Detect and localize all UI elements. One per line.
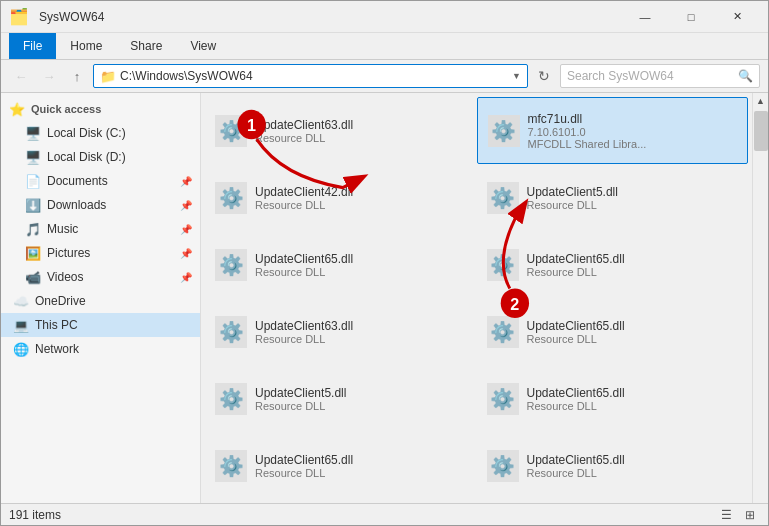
- maximize-button[interactable]: □: [668, 1, 714, 33]
- videos-icon: 📹: [25, 270, 41, 285]
- documents-icon: 📄: [25, 174, 41, 189]
- details-view-button[interactable]: ☰: [716, 506, 736, 524]
- tab-file[interactable]: File: [9, 33, 56, 59]
- downloads-icon: ⬇️: [25, 198, 41, 213]
- sidebar-label-pictures: Pictures: [47, 246, 90, 260]
- list-item[interactable]: ⚙️ UpdateClient42.dll Resource DLL: [205, 164, 477, 231]
- sidebar-item-onedrive[interactable]: ☁️ OneDrive: [1, 289, 200, 313]
- pictures-icon: 🖼️: [25, 246, 41, 261]
- list-item[interactable]: ⚙️ UpdateClient65.dll Resource DLL: [477, 231, 749, 298]
- minimize-button[interactable]: —: [622, 1, 668, 33]
- sidebar-label-this-pc: This PC: [35, 318, 78, 332]
- list-item[interactable]: ⚙️ UpdateClient65.dll Resource DLL: [477, 298, 749, 365]
- sidebar-label-local-disk-c: Local Disk (C:): [47, 126, 126, 140]
- sidebar-label-music: Music: [47, 222, 78, 236]
- file-icon: ⚙️: [485, 381, 521, 417]
- file-grid: ⚙️ UpdateClient63.dll Resource DLL ⚙️ mf…: [201, 93, 752, 503]
- file-name: UpdateClient65.dll: [527, 453, 741, 467]
- file-icon: ⚙️: [485, 448, 521, 484]
- sidebar: ⭐ Quick access 🖥️ Local Disk (C:) 🖥️ Loc…: [1, 93, 201, 503]
- file-type: Resource DLL: [255, 467, 469, 479]
- file-type: Resource DLL: [527, 400, 741, 412]
- sidebar-label-network: Network: [35, 342, 79, 356]
- file-icon: ⚙️: [213, 381, 249, 417]
- pin-icon-music: 📌: [180, 224, 192, 235]
- sidebar-item-network[interactable]: 🌐 Network: [1, 337, 200, 361]
- pin-icon-downloads: 📌: [180, 200, 192, 211]
- refresh-button[interactable]: ↻: [532, 64, 556, 88]
- file-name: UpdateClient5.dll: [527, 185, 741, 199]
- scrollbar-up[interactable]: ▲: [753, 93, 769, 109]
- list-item-selected[interactable]: ⚙️ mfc71u.dll 7.10.6101.0 MFCDLL Shared …: [477, 97, 749, 164]
- sidebar-item-downloads[interactable]: ⬇️ Downloads 📌: [1, 193, 200, 217]
- search-icon[interactable]: 🔍: [738, 69, 753, 83]
- back-button[interactable]: ←: [9, 64, 33, 88]
- file-name: UpdateClient63.dll: [255, 319, 469, 333]
- file-icon: ⚙️: [213, 247, 249, 283]
- file-type: Resource DLL: [527, 333, 741, 345]
- file-area: ⚙️ UpdateClient63.dll Resource DLL ⚙️ mf…: [201, 93, 768, 503]
- file-type: Resource DLL: [527, 467, 741, 479]
- sidebar-label-documents: Documents: [47, 174, 108, 188]
- file-icon-selected: ⚙️: [486, 113, 522, 149]
- list-item[interactable]: ⚙️ UpdateClient63.dll Resource DLL: [205, 298, 477, 365]
- forward-button[interactable]: →: [37, 64, 61, 88]
- sidebar-label-videos: Videos: [47, 270, 83, 284]
- statusbar-right: ☰ ⊞: [716, 506, 760, 524]
- list-item[interactable]: ⚙️ UpdateClient65.dll Resource DLL: [205, 231, 477, 298]
- sidebar-item-pictures[interactable]: 🖼️ Pictures 📌: [1, 241, 200, 265]
- search-box[interactable]: Search SysWOW64 🔍: [560, 64, 760, 88]
- file-type: Resource DLL: [527, 199, 741, 211]
- pin-icon-pictures: 📌: [180, 248, 192, 259]
- scrollbar[interactable]: ▲: [752, 93, 768, 503]
- file-name: UpdateClient65.dll: [527, 252, 741, 266]
- file-type: Resource DLL: [255, 400, 469, 412]
- file-icon: ⚙️: [213, 448, 249, 484]
- tiles-view-button[interactable]: ⊞: [740, 506, 760, 524]
- main-content: ⭐ Quick access 🖥️ Local Disk (C:) 🖥️ Loc…: [1, 93, 768, 503]
- list-item[interactable]: ⚙️ UpdateClient65.dll Resource DLL: [477, 365, 749, 432]
- tab-home[interactable]: Home: [56, 33, 116, 59]
- tab-share[interactable]: Share: [116, 33, 176, 59]
- sidebar-item-music[interactable]: 🎵 Music 📌: [1, 217, 200, 241]
- music-icon: 🎵: [25, 222, 41, 237]
- list-item[interactable]: ⚙️ UpdateClient5.dll Resource DLL: [477, 164, 749, 231]
- file-name: UpdateClient63.dll: [255, 118, 469, 132]
- address-text: C:\Windows\SysWOW64: [120, 69, 508, 83]
- titlebar-icons: 🗂️: [9, 7, 29, 26]
- onedrive-icon: ☁️: [13, 294, 29, 309]
- sidebar-item-documents[interactable]: 📄 Documents 📌: [1, 169, 200, 193]
- ribbon-tabs: File Home Share View: [1, 33, 768, 59]
- file-icon: ⚙️: [213, 180, 249, 216]
- item-count: 191 items: [9, 508, 61, 522]
- file-type: Resource DLL: [255, 266, 469, 278]
- file-name: UpdateClient42.dll: [255, 185, 469, 199]
- file-name: UpdateClient5.dll: [255, 386, 469, 400]
- sidebar-item-local-disk-d[interactable]: 🖥️ Local Disk (D:): [1, 145, 200, 169]
- address-dropdown-arrow[interactable]: ▼: [512, 71, 521, 81]
- list-item[interactable]: ⚙️ UpdateClient65.dll Resource DLL: [477, 432, 749, 499]
- sidebar-item-videos[interactable]: 📹 Videos 📌: [1, 265, 200, 289]
- list-item[interactable]: ⚙️ UpdateClient65.dll Resource DLL: [205, 432, 477, 499]
- file-icon: ⚙️: [213, 314, 249, 350]
- addressbar: ← → ↑ 📁 C:\Windows\SysWOW64 ▼ ↻ Search S…: [1, 60, 768, 93]
- close-button[interactable]: ✕: [714, 1, 760, 33]
- search-placeholder: Search SysWOW64: [567, 69, 734, 83]
- drive-icon-d: 🖥️: [25, 150, 41, 165]
- sidebar-item-local-disk-c[interactable]: 🖥️ Local Disk (C:): [1, 121, 200, 145]
- address-bar[interactable]: 📁 C:\Windows\SysWOW64 ▼: [93, 64, 528, 88]
- list-item[interactable]: ⚙️ UpdateClient63.dll Resource DLL: [205, 97, 477, 164]
- file-type: Resource DLL: [527, 266, 741, 278]
- list-item[interactable]: ⚙️ UpdateClient5.dll Resource DLL: [205, 365, 477, 432]
- explorer-window: 🗂️ SysWOW64 — □ ✕ File Home Share View ←…: [0, 0, 769, 526]
- statusbar: 191 items ☰ ⊞: [1, 503, 768, 525]
- star-icon: ⭐: [9, 102, 25, 117]
- file-icon: ⚙️: [213, 113, 249, 149]
- sidebar-label-onedrive: OneDrive: [35, 294, 86, 308]
- tab-view[interactable]: View: [176, 33, 230, 59]
- selected-file-name: mfc71u.dll: [528, 112, 740, 126]
- sidebar-item-this-pc[interactable]: 💻 This PC: [1, 313, 200, 337]
- up-button[interactable]: ↑: [65, 64, 89, 88]
- pin-icon-documents: 📌: [180, 176, 192, 187]
- scrollbar-thumb[interactable]: [754, 111, 768, 151]
